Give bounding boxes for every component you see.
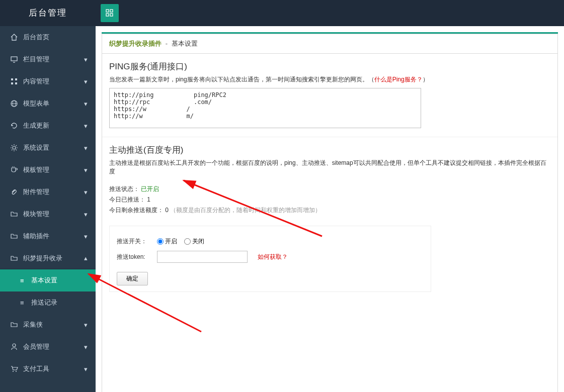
folder-icon (10, 232, 18, 240)
chevron-up-icon: ▴ (84, 254, 88, 262)
chevron-down-icon: ▾ (84, 188, 88, 196)
content-area: 织梦提升收录插件 - 基本设置 PING服务(通用接口) 当您发表一篇新文章时，… (96, 26, 564, 392)
sidebar-item-columns[interactable]: 栏目管理 ▾ (0, 48, 96, 70)
sidebar-subitem-basic[interactable]: ≡ 基本设置 (0, 269, 96, 291)
sidebar-item-collector[interactable]: 采集侠 ▾ (0, 314, 96, 336)
push-token-row: 推送token: 如何获取？ (117, 251, 424, 263)
sidebar-item-template[interactable]: 模板管理 ▾ (0, 159, 96, 181)
push-remain-line: 今日剩余推送额度： 0 （额度是由百度分配的，随着时间和权重的增加而增加） (109, 206, 550, 215)
sidebar-item-label: 会员管理 (23, 342, 49, 351)
ping-section: PING服务(通用接口) 当您发表一篇新文章时，ping服务将向以下站点发出通告… (102, 54, 557, 137)
sidebar-item-label: 采集侠 (23, 320, 43, 329)
sidebar-item-generate[interactable]: 生成更新 ▾ (0, 115, 96, 137)
push-token-help-link[interactable]: 如何获取？ (258, 253, 288, 261)
svg-point-17 (13, 371, 14, 372)
svg-point-18 (16, 371, 17, 372)
push-switch-off[interactable]: 关闭 (184, 237, 204, 246)
svg-rect-7 (15, 78, 17, 80)
sidebar-item-dedecms-index[interactable]: 织梦提升收录 ▴ (0, 247, 96, 269)
confirm-button[interactable]: 确定 (117, 272, 148, 285)
folder-icon (10, 321, 18, 329)
push-title: 主动推送(百度专用) (109, 144, 550, 156)
sidebar-item-label: 后台首页 (23, 33, 49, 42)
home-icon (10, 33, 18, 41)
chevron-down-icon: ▾ (84, 321, 88, 329)
sidebar-item-label: 附件管理 (23, 187, 49, 197)
ping-title: PING服务(通用接口) (109, 61, 550, 72)
svg-rect-8 (11, 82, 13, 84)
chevron-down-icon: ▾ (84, 343, 88, 351)
sidebar-subitem-log[interactable]: ≡ 推送记录 (0, 291, 96, 314)
ping-desc: 当您发表一篇新文章时，ping服务将向以下站点发出通告，第一时间通知搜索引擎更新… (109, 75, 550, 84)
grid-icon (10, 77, 18, 85)
svg-rect-2 (106, 14, 109, 16)
sidebar-item-content[interactable]: 内容管理 ▾ (0, 70, 96, 92)
sidebar-item-label: 系统设置 (23, 143, 49, 152)
svg-rect-0 (106, 10, 109, 12)
push-remain-note: （额度是由百度分配的，随着时间和权重的增加而增加） (170, 207, 321, 214)
push-token-label: 推送token: (117, 253, 157, 261)
ping-help-link[interactable]: 什么是Ping服务？ (374, 76, 423, 83)
sidebar-item-system[interactable]: 系统设置 ▾ (0, 137, 96, 159)
sidebar-item-label: 织梦提升收录 (23, 254, 62, 263)
sidebar-item-label: 模型表单 (23, 99, 49, 108)
refresh-icon (10, 122, 18, 130)
push-switch-label: 推送开关： (117, 237, 157, 246)
sidebar-item-label: 生成更新 (23, 121, 49, 130)
svg-rect-4 (11, 57, 17, 61)
folder-icon (10, 210, 18, 218)
chevron-down-icon: ▾ (84, 100, 88, 108)
sidebar-item-module[interactable]: 模块管理 ▾ (0, 203, 96, 225)
push-switch-off-radio[interactable] (184, 238, 191, 245)
push-section: 主动推送(百度专用) 主动推送是根据百度站长工具开发的一个功能，根据百度的说明，… (102, 137, 557, 299)
topbar: 后台管理 (0, 0, 564, 26)
sidebar-item-label: 辅助插件 (23, 232, 49, 241)
folder-icon (10, 254, 18, 262)
chevron-down-icon: ▾ (84, 233, 88, 240)
svg-rect-3 (110, 14, 113, 16)
chevron-down-icon: ▾ (84, 56, 88, 63)
sidebar-item-label: 模板管理 (23, 165, 49, 174)
sidebar-item-model[interactable]: 模型表单 ▾ (0, 92, 96, 115)
sidebar-item-plugin[interactable]: 辅助插件 ▾ (0, 225, 96, 247)
gear-icon (10, 144, 18, 152)
chevron-down-icon: ▾ (84, 144, 88, 152)
list-icon: ≡ (20, 277, 27, 284)
sidebar-item-member[interactable]: 会员管理 ▾ (0, 336, 96, 358)
dashboard-grid-button[interactable] (101, 4, 119, 22)
svg-rect-1 (110, 10, 113, 12)
sidebar-subitem-label: 推送记录 (31, 298, 57, 307)
push-switch-row: 推送开关： 开启 关闭 (117, 237, 424, 246)
push-remain-value: 0 (165, 207, 169, 214)
svg-point-16 (13, 344, 16, 347)
sidebar-item-attachment[interactable]: 附件管理 ▾ (0, 181, 96, 203)
push-today-line: 今日已推送： 1 (109, 195, 550, 204)
svg-point-13 (13, 146, 16, 149)
ping-urls-textarea[interactable] (109, 88, 421, 128)
sidebar-item-home[interactable]: 后台首页 (0, 26, 96, 48)
chevron-down-icon: ▾ (84, 122, 88, 130)
push-token-input[interactable] (157, 251, 248, 263)
push-status-value: 已开启 (141, 185, 159, 192)
chevron-down-icon: ▾ (84, 365, 88, 373)
app-title: 后台管理 (0, 0, 96, 26)
svg-rect-9 (15, 82, 17, 84)
breadcrumb: 织梦提升收录插件 - 基本设置 (102, 34, 557, 54)
chevron-down-icon: ▾ (84, 78, 88, 85)
push-desc: 主动推送是根据百度站长工具开发的一个功能，根据百度的说明，ping、主动推送、s… (109, 159, 550, 176)
chevron-down-icon: ▾ (84, 166, 88, 174)
monitor-icon (10, 55, 18, 63)
sidebar-item-payment[interactable]: 支付工具 ▾ (0, 358, 96, 380)
sidebar-item-label: 栏目管理 (23, 55, 49, 64)
push-status-line: 推送状态： 已开启 (109, 185, 550, 193)
svg-rect-6 (11, 78, 13, 80)
push-switch-on-radio[interactable] (157, 238, 164, 245)
globe-icon (10, 100, 18, 108)
grid-icon (106, 9, 114, 17)
breadcrumb-plugin: 织梦提升收录插件 (109, 40, 162, 47)
breadcrumb-current: 基本设置 (172, 40, 198, 47)
cup-icon (10, 166, 18, 174)
user-icon (10, 343, 18, 351)
sidebar-subitem-label: 基本设置 (31, 276, 57, 285)
push-switch-on[interactable]: 开启 (157, 237, 177, 246)
